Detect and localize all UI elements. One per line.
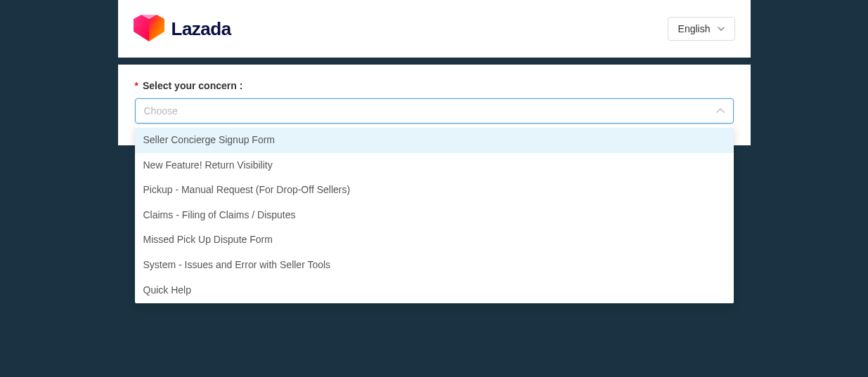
header-bar: Lazada English [118, 0, 751, 58]
brand-name: Lazada [171, 18, 231, 40]
concern-option[interactable]: Pickup - Manual Request (For Drop-Off Se… [135, 178, 734, 203]
concern-search-input[interactable] [144, 105, 716, 117]
concern-select-input[interactable] [135, 98, 734, 124]
brand-logo[interactable]: Lazada [134, 15, 231, 43]
lazada-heart-icon [134, 15, 164, 43]
chevron-up-icon [716, 108, 725, 114]
concern-option[interactable]: Other requests [135, 303, 734, 303]
language-selector[interactable]: English [668, 17, 735, 41]
concern-option[interactable]: Claims - Filing of Claims / Disputes [135, 203, 734, 228]
concern-option[interactable]: System - Issues and Error with Seller To… [135, 253, 734, 278]
language-current: English [678, 23, 711, 34]
concern-option[interactable]: Quick Help [135, 278, 734, 303]
required-asterisk: * [135, 80, 138, 91]
concern-option[interactable]: Missed Pick Up Dispute Form [135, 227, 734, 253]
concern-option[interactable]: New Feature! Return Visibility [135, 153, 734, 178]
chevron-down-icon [718, 27, 725, 31]
concern-label-text: Select your concern : [143, 80, 242, 91]
concern-label: * Select your concern : [135, 80, 734, 91]
concern-option[interactable]: Seller Concierge Signup Form [135, 128, 734, 153]
concern-dropdown: Seller Concierge Signup FormNew Feature!… [135, 125, 734, 303]
form-card: * Select your concern : Seller Concierge… [118, 65, 751, 145]
